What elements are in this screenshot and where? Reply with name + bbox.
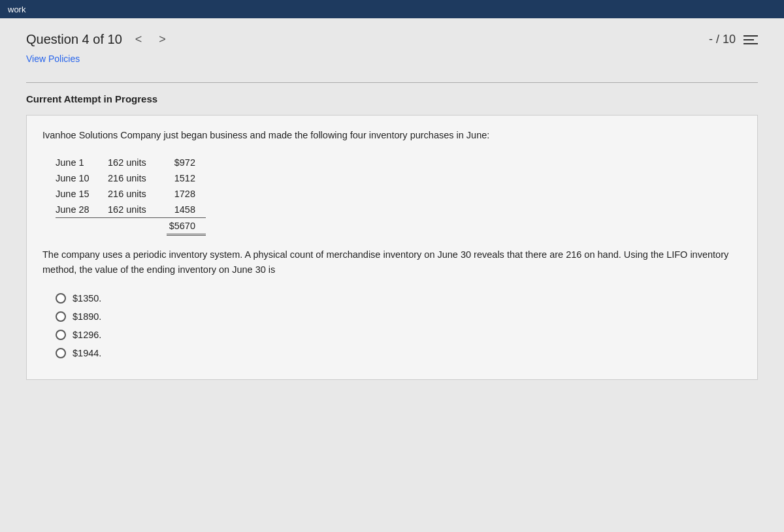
table-row: June 1 162 units $972: [56, 155, 206, 170]
amount-4: 1458: [167, 202, 206, 218]
option-label-4: $1944.: [73, 348, 101, 358]
header-row: Question 4 of 10 < > - / 10: [26, 31, 758, 48]
table-row: June 28 162 units 1458: [56, 202, 206, 218]
option-3[interactable]: $1296.: [56, 330, 742, 340]
option-2[interactable]: $1890.: [56, 311, 742, 322]
total-label-empty: [56, 217, 108, 234]
radio-3[interactable]: [56, 330, 66, 340]
menu-line-2: [743, 39, 754, 40]
menu-icon[interactable]: [743, 35, 758, 44]
table-row: June 10 216 units 1512: [56, 170, 206, 186]
units-3: 216 units: [108, 186, 167, 202]
units-2: 216 units: [108, 170, 167, 186]
score-area: - / 10: [709, 33, 758, 46]
question-body-text: The company uses a periodic inventory sy…: [42, 247, 742, 277]
option-1[interactable]: $1350.: [56, 293, 742, 304]
table-row: June 15 216 units 1728: [56, 186, 206, 202]
prev-button[interactable]: <: [131, 31, 146, 48]
menu-line-3: [743, 43, 758, 44]
radio-2[interactable]: [56, 311, 66, 322]
attempt-label: Current Attempt in Progress: [26, 93, 758, 104]
top-bar: work: [0, 0, 784, 18]
main-content: Question 4 of 10 < > - / 10 View Policie…: [0, 18, 784, 532]
question-label: Question 4 of 10: [26, 32, 122, 47]
divider: [26, 82, 758, 83]
total-label-empty2: [108, 217, 167, 234]
question-nav: Question 4 of 10 < >: [26, 31, 170, 48]
options-section: $1350. $1890. $1296. $1944.: [56, 293, 742, 358]
option-4[interactable]: $1944.: [56, 348, 742, 358]
amount-2: 1512: [167, 170, 206, 186]
question-intro: Ivanhoe Solutions Company just began bus…: [42, 129, 742, 143]
view-policies-link[interactable]: View Policies: [26, 54, 80, 64]
amount-1: $972: [167, 155, 206, 170]
amount-3: 1728: [167, 186, 206, 202]
option-label-1: $1350.: [73, 293, 101, 304]
total-row: $5670: [56, 217, 206, 234]
units-1: 162 units: [108, 155, 167, 170]
menu-line-1: [743, 35, 758, 37]
next-button[interactable]: >: [155, 31, 170, 48]
units-4: 162 units: [108, 202, 167, 218]
inventory-table: June 1 162 units $972 June 10 216 units …: [56, 155, 742, 236]
top-bar-title: work: [8, 5, 25, 14]
radio-1[interactable]: [56, 293, 66, 304]
date-2: June 10: [56, 170, 108, 186]
option-label-2: $1890.: [73, 311, 101, 322]
date-4: June 28: [56, 202, 108, 218]
date-3: June 15: [56, 186, 108, 202]
score-display: - / 10: [709, 33, 736, 46]
radio-4[interactable]: [56, 348, 66, 358]
date-1: June 1: [56, 155, 108, 170]
total-amount: $5670: [167, 217, 206, 234]
question-box: Ivanhoe Solutions Company just began bus…: [26, 115, 758, 380]
option-label-3: $1296.: [73, 330, 101, 340]
